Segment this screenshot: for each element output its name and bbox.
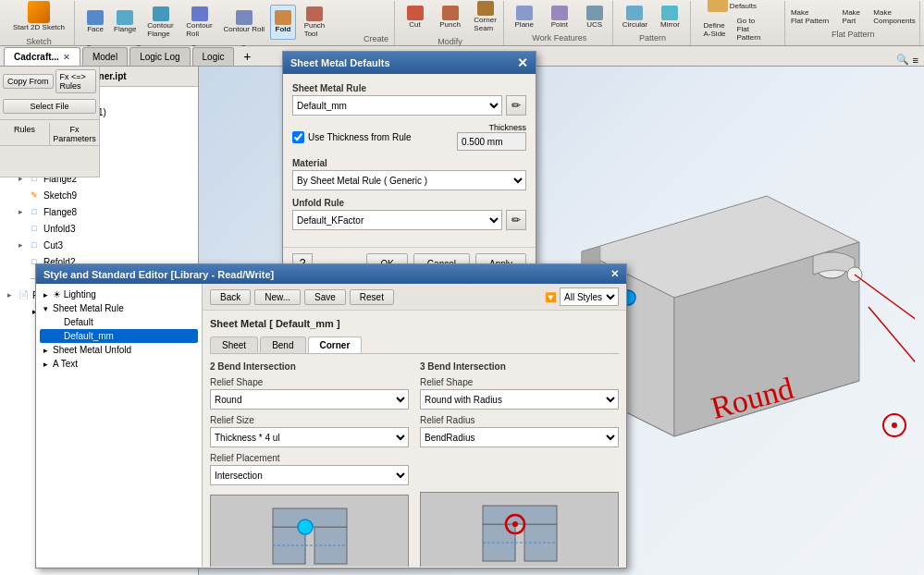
ucs-button[interactable]: UCS xyxy=(578,4,611,31)
point-button[interactable]: Point xyxy=(543,4,576,31)
sse-col2: 3 Bend Intersection Relief Shape Round w… xyxy=(420,361,619,567)
sse-tree-item-default[interactable]: Default xyxy=(40,315,198,329)
select-file-button[interactable]: Select File xyxy=(3,99,96,114)
flange-icon xyxy=(117,10,133,25)
sse-new-button[interactable]: New... xyxy=(254,289,301,305)
sse-tab-bend[interactable]: Bend xyxy=(260,336,305,353)
sse-filter-select[interactable]: All Styles xyxy=(560,288,619,306)
sse-tree-item-text[interactable]: ▸ A Text xyxy=(40,357,198,371)
rules-tab[interactable]: Rules xyxy=(0,123,50,145)
smd-thickness-checkbox-row: Use Thickness from Rule Thickness xyxy=(292,123,526,151)
sse-col1: 2 Bend Intersection Relief Shape Round S… xyxy=(210,361,409,567)
main-toolbar: Start 2D Sketch Sketch Face Flange Conto… xyxy=(0,0,924,46)
face-icon xyxy=(87,10,104,25)
fx-parameters-tab[interactable]: Fx Parameters xyxy=(50,123,99,145)
copy-from-row: Copy From Fx <=> Rules xyxy=(0,67,99,96)
smd-thickness-input[interactable] xyxy=(457,132,526,151)
cut-button[interactable]: Cut xyxy=(399,0,432,34)
sse-back-button[interactable]: Back xyxy=(210,289,251,305)
sse-tab-corner[interactable]: Corner xyxy=(308,336,363,353)
toolbar-group-flat-pattern: MakeFlat Pattern MakePart MakeComponents… xyxy=(787,1,920,45)
sse-tree-item-sheet-metal-unfold[interactable]: ▸ Sheet Metal Unfold xyxy=(40,343,198,357)
make-flat-pattern-button[interactable]: MakeFlat Pattern xyxy=(787,6,832,27)
tree-item-sketch9[interactable]: ✎ Sketch9 xyxy=(0,187,198,203)
mirror-icon xyxy=(661,6,678,20)
smd-use-thickness-checkbox[interactable] xyxy=(292,131,304,143)
make-part-button[interactable]: MakePart xyxy=(834,6,868,27)
mirror-button[interactable]: Mirror xyxy=(653,4,686,31)
sse-tabs: Sheet Bend Corner xyxy=(210,336,619,354)
point-icon xyxy=(551,6,568,20)
corner-seam-button[interactable]: CornerSeam xyxy=(469,0,502,34)
sse-reset-button[interactable]: Reset xyxy=(350,289,394,305)
smd-rule-edit-button[interactable]: ✏ xyxy=(506,95,526,116)
tab-close-cadcraft[interactable]: ✕ xyxy=(63,53,70,62)
flat-pattern-icon: 📄 xyxy=(17,288,30,301)
tree-item-cut3[interactable]: ▸ □ Cut3 xyxy=(0,237,198,253)
sse-dialog-body: ▸ ☀ Lighting ▾ Sheet Metal Rule Default … xyxy=(36,284,626,567)
sse-col1-relief-placement-select[interactable]: Intersection xyxy=(210,465,409,485)
sse-relief-shape-label: Relief Shape xyxy=(210,377,409,387)
tab-menu-icon[interactable]: ≡ xyxy=(913,55,918,66)
smd-unfold-rule-edit-button[interactable]: ✏ xyxy=(506,210,526,230)
unfold-icon: □ xyxy=(28,222,41,235)
smd-dialog-title: Sheet Metal Defaults ✕ xyxy=(283,52,536,74)
smd-unfold-rule-select[interactable]: Default_KFactor xyxy=(292,210,502,230)
sse-tree-item-default-mm[interactable]: Default_mm xyxy=(40,329,198,343)
tab-cadcraft[interactable]: Cadcraft... ✕ xyxy=(4,47,80,66)
sse-close-button[interactable]: ✕ xyxy=(610,268,619,280)
sse-tree-item-sheet-metal-rule[interactable]: ▾ Sheet Metal Rule xyxy=(40,301,198,315)
setup-row2: DefineA-Side Go toFlat Pattern xyxy=(698,15,779,43)
sse-col2-relief-radius-select[interactable]: BendRadius xyxy=(420,427,619,447)
fx-rules-button[interactable]: Fx <=> Rules xyxy=(55,69,96,93)
toolbar-group-modify: Cut Punch CornerSeam Modify xyxy=(397,1,504,45)
sheet-metal-defaults-button[interactable]: Sheet MetalDefaults xyxy=(704,0,773,14)
add-tab-button[interactable]: + xyxy=(238,47,256,66)
copy-from-button[interactable]: Copy From xyxy=(3,74,54,89)
flange-button[interactable]: Flange xyxy=(110,5,140,40)
define-button[interactable]: DefineA-Side xyxy=(698,15,732,43)
smd-rule-select[interactable]: Default_mm xyxy=(292,95,502,116)
cut-icon xyxy=(407,6,424,20)
smd-material-select[interactable]: By Sheet Metal Rule ( Generic ) xyxy=(292,170,526,190)
fold-icon xyxy=(236,10,253,25)
corner-button[interactable]: Fold xyxy=(270,5,296,40)
sketch-icon xyxy=(28,1,50,23)
tab-search-icon[interactable]: 🔍 xyxy=(896,54,909,66)
punch-tool-button[interactable]: PunchTool xyxy=(298,5,331,40)
sse-main-content: Sheet Metal [ Default_mm ] Sheet Bend Co… xyxy=(203,311,626,567)
face-button[interactable]: Face xyxy=(82,5,108,40)
tab-logic[interactable]: Logic xyxy=(192,47,235,66)
tree-item-unfold3[interactable]: □ Unfold3 xyxy=(0,220,198,237)
sse-tree-item-lighting[interactable]: ▸ ☀ Lighting xyxy=(40,288,198,301)
panel-divider xyxy=(0,119,99,120)
contour-roll-button[interactable]: ContourRoll xyxy=(181,5,218,40)
modify-row: Cut Punch CornerSeam xyxy=(399,0,502,34)
sse-col2-preview xyxy=(420,492,619,567)
pattern-row: Circular Mirror xyxy=(618,4,686,31)
punch-icon xyxy=(442,6,459,20)
fold-button[interactable]: Contour Roll xyxy=(220,5,268,40)
tab-model[interactable]: Model xyxy=(82,47,128,66)
contour-flange-button[interactable]: ContourFlange xyxy=(142,5,179,40)
punch-button[interactable]: Punch xyxy=(434,0,467,34)
start-2d-sketch-button[interactable]: Start 2D Sketch xyxy=(9,0,68,34)
sse-col2-title: 3 Bend Intersection xyxy=(420,361,619,372)
work-features-row: Plane Point UCS xyxy=(508,4,611,31)
goto-flat-pattern-button[interactable]: Go toFlat Pattern xyxy=(733,15,779,43)
sse-tab-sheet[interactable]: Sheet xyxy=(210,336,258,353)
svg-point-23 xyxy=(512,521,518,527)
sse-col1-relief-shape-select[interactable]: Round Square Tear Trim to Bend xyxy=(210,389,409,410)
plane-button[interactable]: Plane xyxy=(508,4,541,31)
smd-close-button[interactable]: ✕ xyxy=(517,55,528,70)
tab-logic-log[interactable]: Logic Log xyxy=(129,47,190,66)
sse-col1-relief-size-select[interactable]: Thickness * 4 ul xyxy=(210,427,409,447)
make-components-button[interactable]: MakeComponents xyxy=(869,6,918,27)
circular-button[interactable]: Circular xyxy=(618,4,651,31)
tree-label: Cut3 xyxy=(43,240,63,251)
pattern-group-label: Pattern xyxy=(639,33,666,43)
sse-save-button[interactable]: Save xyxy=(304,289,346,305)
tree-item-flange8[interactable]: ▸ □ Flange8 xyxy=(0,203,198,220)
tree-label: Sketch9 xyxy=(43,190,77,201)
sse-col2-relief-shape-select[interactable]: Round with Radius Round Square xyxy=(420,389,619,410)
